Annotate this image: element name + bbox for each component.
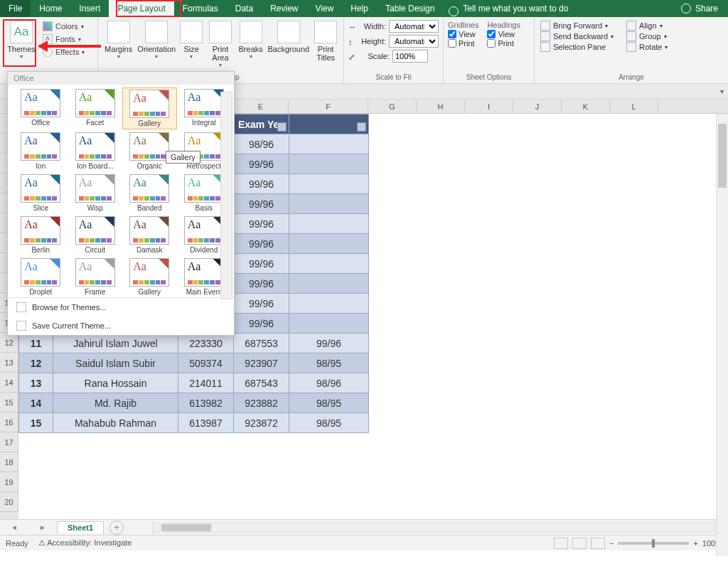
width-select[interactable]: Automatic bbox=[389, 20, 439, 33]
cell[interactable]: 99/96 bbox=[234, 234, 289, 254]
height-select[interactable]: Automatic bbox=[389, 35, 439, 48]
col-header-F[interactable]: F bbox=[289, 100, 368, 113]
cell[interactable] bbox=[289, 134, 369, 154]
view-normal-button[interactable] bbox=[554, 538, 568, 549]
cell[interactable] bbox=[289, 314, 369, 334]
cell[interactable]: 99/96 bbox=[234, 194, 289, 214]
theme-office[interactable]: AaOffice bbox=[14, 87, 68, 129]
scale-input[interactable] bbox=[392, 50, 428, 63]
cell[interactable]: 687543 bbox=[234, 373, 289, 393]
cell[interactable]: 99/96 bbox=[234, 174, 289, 194]
row-header[interactable]: 18 bbox=[0, 452, 18, 472]
margins-button[interactable]: Margins▾ bbox=[102, 19, 134, 60]
theme-ion[interactable]: AaIon bbox=[14, 131, 68, 171]
cell[interactable]: 99/96 bbox=[234, 314, 289, 334]
headings-print-check[interactable]: Print bbox=[487, 39, 520, 48]
cell[interactable]: 509374 bbox=[178, 353, 234, 373]
selection-pane-button[interactable]: Selection Pane bbox=[539, 42, 615, 52]
tab-help[interactable]: Help bbox=[342, 0, 377, 17]
col-header-J[interactable]: J bbox=[513, 100, 562, 113]
horizontal-scrollbar[interactable] bbox=[152, 523, 715, 533]
row-header[interactable]: 19 bbox=[0, 472, 18, 492]
col-header-I[interactable]: I bbox=[465, 100, 513, 113]
cell[interactable]: 98/95 bbox=[289, 393, 369, 413]
tab-home[interactable]: Home bbox=[31, 0, 70, 17]
row-header[interactable]: 12 bbox=[0, 333, 18, 353]
cell[interactable]: Md. Rajib bbox=[53, 393, 178, 413]
table-header[interactable] bbox=[289, 114, 369, 134]
cell[interactable]: 613987 bbox=[178, 413, 234, 433]
cell[interactable]: 98/96 bbox=[234, 134, 289, 154]
col-header-H[interactable]: H bbox=[417, 100, 465, 113]
print-titles-button[interactable]: Print Titles bbox=[312, 19, 339, 62]
breaks-button[interactable]: Breaks▾ bbox=[237, 19, 265, 60]
align-button[interactable]: Align▾ bbox=[625, 21, 669, 31]
tab-page-layout[interactable]: Page Layout bbox=[109, 0, 173, 17]
cell[interactable]: Mahabub Rahman bbox=[53, 413, 178, 433]
col-header-K[interactable]: K bbox=[562, 100, 610, 113]
tab-formulas[interactable]: Formulas bbox=[174, 0, 227, 17]
cell[interactable] bbox=[289, 174, 369, 194]
cell[interactable]: 99/96 bbox=[289, 334, 369, 353]
chevron-down-icon[interactable]: ▾ bbox=[720, 87, 724, 95]
scrollbar-thumb[interactable] bbox=[161, 524, 211, 531]
cell[interactable]: 12 bbox=[19, 353, 53, 373]
theme-slice[interactable]: AaSlice bbox=[14, 173, 68, 213]
filter-icon[interactable] bbox=[357, 122, 366, 132]
print-area-button[interactable]: Print Area▾ bbox=[207, 19, 234, 68]
theme-scrollbar[interactable] bbox=[220, 92, 232, 299]
bring-forward-button[interactable]: Bring Forward▾ bbox=[539, 21, 615, 31]
browse-themes-button[interactable]: Browse for Themes... bbox=[8, 298, 234, 316]
row-header[interactable]: 20 bbox=[0, 492, 18, 512]
zoom-in-button[interactable]: + bbox=[693, 539, 697, 548]
filter-icon[interactable] bbox=[277, 122, 287, 132]
view-break-button[interactable] bbox=[591, 538, 605, 549]
orientation-button[interactable]: Orientation▾ bbox=[137, 19, 176, 60]
theme-facet[interactable]: AaFacet bbox=[68, 87, 123, 129]
background-button[interactable]: Background bbox=[268, 19, 310, 53]
theme-frame[interactable]: AaFrame bbox=[68, 257, 123, 297]
zoom-out-button[interactable]: − bbox=[609, 539, 614, 548]
cell[interactable]: 687553 bbox=[234, 334, 289, 353]
scrollbar-thumb[interactable] bbox=[718, 124, 727, 188]
theme-ion-board-[interactable]: AaIon Board... bbox=[68, 131, 123, 171]
cell[interactable]: 98/95 bbox=[289, 413, 369, 433]
cell[interactable]: 98/95 bbox=[289, 353, 369, 373]
tab-view[interactable]: View bbox=[307, 0, 343, 17]
cell[interactable] bbox=[289, 294, 369, 314]
cell[interactable]: Saidul Islam Subir bbox=[53, 353, 178, 373]
cell[interactable]: 923882 bbox=[234, 393, 289, 413]
cell[interactable] bbox=[289, 254, 369, 274]
tell-me-search[interactable]: Tell me what you want to do bbox=[443, 4, 671, 14]
sheet-tab[interactable]: Sheet1 bbox=[57, 521, 104, 533]
cell[interactable]: 923872 bbox=[234, 413, 289, 433]
view-layout-button[interactable] bbox=[572, 538, 587, 549]
colors-button[interactable]: Colors▾ bbox=[41, 21, 86, 32]
cell[interactable]: 15 bbox=[19, 413, 53, 433]
themes-button[interactable]: Aa Themes ▾ bbox=[4, 19, 38, 60]
group-button[interactable]: Group▾ bbox=[625, 31, 669, 41]
cell[interactable] bbox=[289, 194, 369, 214]
gridlines-print-check[interactable]: Print bbox=[448, 39, 478, 48]
tab-file[interactable]: File bbox=[0, 0, 31, 17]
cell[interactable]: Rana Hossain bbox=[53, 373, 178, 393]
cell[interactable]: 99/96 bbox=[234, 254, 289, 274]
row-header[interactable]: 16 bbox=[0, 412, 18, 432]
cell[interactable] bbox=[289, 214, 369, 234]
size-button[interactable]: Size▾ bbox=[178, 19, 204, 60]
theme-damask[interactable]: AaDamask bbox=[122, 215, 177, 255]
row-header[interactable]: 17 bbox=[0, 432, 18, 452]
cell[interactable] bbox=[289, 154, 369, 174]
cell[interactable]: 99/96 bbox=[234, 294, 289, 314]
rotate-button[interactable]: Rotate▾ bbox=[625, 42, 669, 52]
cell[interactable] bbox=[289, 234, 369, 254]
headings-view-check[interactable]: View bbox=[487, 30, 520, 38]
row-header[interactable]: 15 bbox=[0, 393, 18, 412]
theme-circuit[interactable]: AaCircuit bbox=[68, 215, 123, 255]
cell[interactable]: 99/96 bbox=[234, 274, 289, 294]
send-backward-button[interactable]: Send Backward▾ bbox=[539, 31, 615, 41]
cell[interactable]: 14 bbox=[19, 393, 53, 413]
cell[interactable]: 223330 bbox=[178, 334, 234, 353]
tab-data[interactable]: Data bbox=[227, 0, 262, 17]
col-header-G[interactable]: G bbox=[368, 100, 417, 113]
